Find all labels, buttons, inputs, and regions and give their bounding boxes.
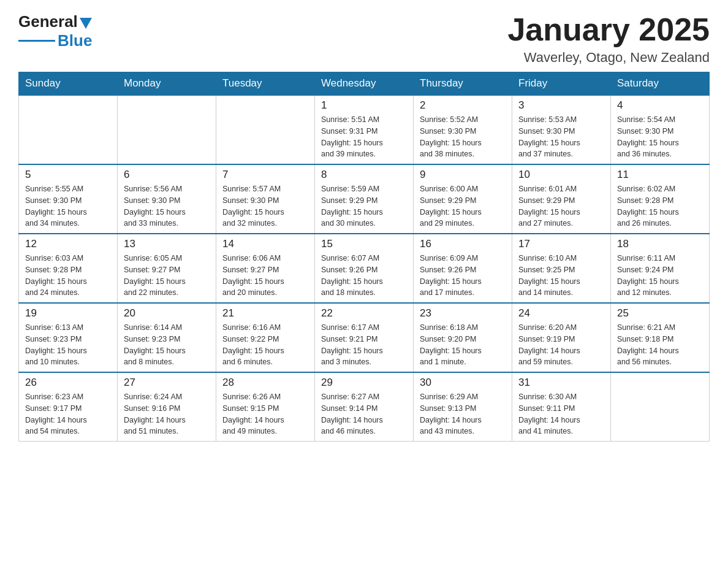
calendar-cell: 5Sunrise: 5:55 AM Sunset: 9:30 PM Daylig… (19, 164, 118, 234)
day-number: 25 (617, 307, 703, 320)
weekday-header-wednesday: Wednesday (315, 72, 414, 96)
day-number: 21 (222, 307, 308, 320)
day-number: 29 (321, 377, 407, 389)
day-info: Sunrise: 5:59 AM Sunset: 9:29 PM Dayligh… (321, 183, 407, 229)
calendar-cell (19, 95, 118, 164)
day-info: Sunrise: 6:09 AM Sunset: 9:26 PM Dayligh… (420, 253, 506, 299)
calendar-cell: 14Sunrise: 6:06 AM Sunset: 9:27 PM Dayli… (216, 234, 315, 303)
day-number: 17 (518, 238, 604, 250)
day-number: 31 (518, 377, 604, 389)
calendar-cell: 12Sunrise: 6:03 AM Sunset: 9:28 PM Dayli… (19, 234, 118, 303)
day-number: 8 (321, 169, 407, 181)
day-number: 5 (25, 169, 111, 181)
day-info: Sunrise: 5:53 AM Sunset: 9:30 PM Dayligh… (518, 114, 604, 160)
day-number: 27 (124, 377, 210, 389)
day-info: Sunrise: 5:55 AM Sunset: 9:30 PM Dayligh… (25, 183, 111, 229)
day-info: Sunrise: 6:17 AM Sunset: 9:21 PM Dayligh… (321, 322, 407, 368)
calendar-cell: 7Sunrise: 5:57 AM Sunset: 9:30 PM Daylig… (216, 164, 315, 234)
weekday-header-saturday: Saturday (611, 72, 710, 96)
calendar-cell: 26Sunrise: 6:23 AM Sunset: 9:17 PM Dayli… (19, 372, 118, 442)
calendar-cell: 31Sunrise: 6:30 AM Sunset: 9:11 PM Dayli… (512, 372, 611, 442)
day-info: Sunrise: 6:03 AM Sunset: 9:28 PM Dayligh… (25, 253, 111, 299)
day-number: 24 (518, 307, 604, 320)
page-header: General Blue January 2025 Waverley, Otag… (18, 12, 710, 66)
calendar-cell: 30Sunrise: 6:29 AM Sunset: 9:13 PM Dayli… (414, 372, 512, 442)
day-info: Sunrise: 6:10 AM Sunset: 9:25 PM Dayligh… (518, 253, 604, 299)
day-info: Sunrise: 6:20 AM Sunset: 9:19 PM Dayligh… (518, 322, 604, 368)
day-number: 12 (25, 238, 111, 250)
week-row-5: 26Sunrise: 6:23 AM Sunset: 9:17 PM Dayli… (19, 372, 710, 442)
day-info: Sunrise: 6:11 AM Sunset: 9:24 PM Dayligh… (617, 253, 703, 299)
day-number: 14 (222, 238, 308, 250)
calendar-cell: 1Sunrise: 5:51 AM Sunset: 9:31 PM Daylig… (315, 95, 414, 164)
day-number: 13 (124, 238, 210, 250)
calendar-cell (611, 372, 710, 442)
weekday-header-tuesday: Tuesday (216, 72, 315, 96)
weekday-header-sunday: Sunday (19, 72, 118, 96)
calendar-cell: 25Sunrise: 6:21 AM Sunset: 9:18 PM Dayli… (611, 303, 710, 372)
calendar-cell: 6Sunrise: 5:56 AM Sunset: 9:30 PM Daylig… (118, 164, 216, 234)
day-number: 1 (321, 99, 407, 112)
title-section: January 2025 Waverley, Otago, New Zealan… (507, 12, 710, 66)
day-number: 23 (420, 307, 506, 320)
day-info: Sunrise: 6:26 AM Sunset: 9:15 PM Dayligh… (222, 391, 308, 437)
calendar-cell: 13Sunrise: 6:05 AM Sunset: 9:27 PM Dayli… (118, 234, 216, 303)
day-number: 28 (222, 377, 308, 389)
calendar-cell: 8Sunrise: 5:59 AM Sunset: 9:29 PM Daylig… (315, 164, 414, 234)
calendar-cell (118, 95, 216, 164)
calendar-cell: 15Sunrise: 6:07 AM Sunset: 9:26 PM Dayli… (315, 234, 414, 303)
logo-general-text: General (18, 12, 78, 31)
calendar-cell: 11Sunrise: 6:02 AM Sunset: 9:28 PM Dayli… (611, 164, 710, 234)
calendar-cell: 18Sunrise: 6:11 AM Sunset: 9:24 PM Dayli… (611, 234, 710, 303)
calendar-cell: 10Sunrise: 6:01 AM Sunset: 9:29 PM Dayli… (512, 164, 611, 234)
logo: General Blue (18, 12, 92, 50)
day-info: Sunrise: 6:30 AM Sunset: 9:11 PM Dayligh… (518, 391, 604, 437)
calendar-cell: 19Sunrise: 6:13 AM Sunset: 9:23 PM Dayli… (19, 303, 118, 372)
day-info: Sunrise: 6:23 AM Sunset: 9:17 PM Dayligh… (25, 391, 111, 437)
weekday-header-row: SundayMondayTuesdayWednesdayThursdayFrid… (19, 72, 710, 96)
week-row-4: 19Sunrise: 6:13 AM Sunset: 9:23 PM Dayli… (19, 303, 710, 372)
day-info: Sunrise: 6:18 AM Sunset: 9:20 PM Dayligh… (420, 322, 506, 368)
day-number: 19 (25, 307, 111, 320)
calendar-cell: 9Sunrise: 6:00 AM Sunset: 9:29 PM Daylig… (414, 164, 512, 234)
day-number: 9 (420, 169, 506, 181)
day-info: Sunrise: 5:51 AM Sunset: 9:31 PM Dayligh… (321, 114, 407, 160)
day-number: 11 (617, 169, 703, 181)
calendar-table: SundayMondayTuesdayWednesdayThursdayFrid… (18, 72, 710, 442)
day-info: Sunrise: 6:14 AM Sunset: 9:23 PM Dayligh… (124, 322, 210, 368)
calendar-cell: 27Sunrise: 6:24 AM Sunset: 9:16 PM Dayli… (118, 372, 216, 442)
day-info: Sunrise: 6:02 AM Sunset: 9:28 PM Dayligh… (617, 183, 703, 229)
day-info: Sunrise: 5:54 AM Sunset: 9:30 PM Dayligh… (617, 114, 703, 160)
day-number: 10 (518, 169, 604, 181)
calendar-cell: 24Sunrise: 6:20 AM Sunset: 9:19 PM Dayli… (512, 303, 611, 372)
calendar-cell: 23Sunrise: 6:18 AM Sunset: 9:20 PM Dayli… (414, 303, 512, 372)
calendar-cell: 22Sunrise: 6:17 AM Sunset: 9:21 PM Dayli… (315, 303, 414, 372)
calendar-cell: 2Sunrise: 5:52 AM Sunset: 9:30 PM Daylig… (414, 95, 512, 164)
day-info: Sunrise: 6:06 AM Sunset: 9:27 PM Dayligh… (222, 253, 308, 299)
day-info: Sunrise: 6:00 AM Sunset: 9:29 PM Dayligh… (420, 183, 506, 229)
weekday-header-thursday: Thursday (414, 72, 512, 96)
calendar-cell: 17Sunrise: 6:10 AM Sunset: 9:25 PM Dayli… (512, 234, 611, 303)
week-row-1: 1Sunrise: 5:51 AM Sunset: 9:31 PM Daylig… (19, 95, 710, 164)
weekday-header-friday: Friday (512, 72, 611, 96)
day-number: 4 (617, 99, 703, 112)
weekday-header-monday: Monday (118, 72, 216, 96)
day-number: 3 (518, 99, 604, 112)
day-info: Sunrise: 6:21 AM Sunset: 9:18 PM Dayligh… (617, 322, 703, 368)
calendar-cell: 21Sunrise: 6:16 AM Sunset: 9:22 PM Dayli… (216, 303, 315, 372)
day-number: 16 (420, 238, 506, 250)
calendar-cell: 20Sunrise: 6:14 AM Sunset: 9:23 PM Dayli… (118, 303, 216, 372)
page-title: January 2025 (507, 12, 710, 47)
day-number: 6 (124, 169, 210, 181)
calendar-cell: 28Sunrise: 6:26 AM Sunset: 9:15 PM Dayli… (216, 372, 315, 442)
day-number: 18 (617, 238, 703, 250)
week-row-2: 5Sunrise: 5:55 AM Sunset: 9:30 PM Daylig… (19, 164, 710, 234)
day-info: Sunrise: 6:27 AM Sunset: 9:14 PM Dayligh… (321, 391, 407, 437)
day-info: Sunrise: 5:52 AM Sunset: 9:30 PM Dayligh… (420, 114, 506, 160)
day-info: Sunrise: 6:24 AM Sunset: 9:16 PM Dayligh… (124, 391, 210, 437)
day-number: 7 (222, 169, 308, 181)
calendar-cell: 16Sunrise: 6:09 AM Sunset: 9:26 PM Dayli… (414, 234, 512, 303)
day-info: Sunrise: 6:16 AM Sunset: 9:22 PM Dayligh… (222, 322, 308, 368)
day-info: Sunrise: 6:29 AM Sunset: 9:13 PM Dayligh… (420, 391, 506, 437)
page-subtitle: Waverley, Otago, New Zealand (507, 50, 710, 66)
